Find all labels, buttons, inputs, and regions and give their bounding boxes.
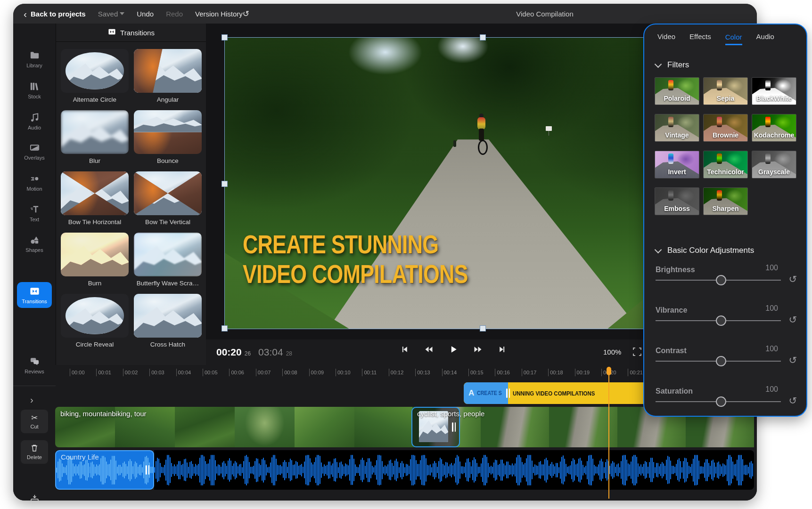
slider-knob[interactable]: [716, 356, 726, 366]
stock-icon: [29, 81, 40, 92]
add-track-icon: [30, 494, 39, 501]
filters-section-header[interactable]: Filters: [656, 60, 689, 70]
tab-color[interactable]: Color: [725, 33, 742, 45]
play-button[interactable]: [447, 343, 459, 355]
selection-handle[interactable]: [221, 34, 228, 40]
selection-handle[interactable]: [221, 181, 228, 187]
filter-label: Polaroid: [655, 95, 699, 102]
back-chevron-icon[interactable]: ‹: [24, 9, 27, 19]
filter-invert[interactable]: Invert: [655, 151, 699, 178]
sidebar-item-stock[interactable]: Stock: [16, 81, 53, 99]
transition-trim-handle[interactable]: [452, 422, 456, 432]
audio-clip-trim-handle[interactable]: [146, 465, 150, 475]
skip-to-end-button[interactable]: [496, 343, 509, 355]
cut-button[interactable]: ✂ Cut: [21, 410, 48, 433]
transition-blur[interactable]: [61, 110, 129, 154]
tab-audio[interactable]: Audio: [756, 32, 774, 41]
transition-bounce[interactable]: [134, 110, 202, 154]
ruler-tick: 00:19: [575, 369, 590, 376]
filter-sepia[interactable]: Sepia: [703, 77, 748, 105]
audio-icon: [29, 112, 40, 123]
filter-vintage[interactable]: Vintage: [655, 114, 699, 142]
reset-icon[interactable]: ↺: [788, 396, 797, 405]
fullscreen-icon[interactable]: [632, 347, 642, 356]
transitions-panel-title: Transitions: [120, 29, 155, 37]
fast-forward-button[interactable]: [472, 343, 484, 355]
playhead[interactable]: [607, 367, 611, 499]
reset-icon[interactable]: ↺: [788, 355, 797, 365]
filter-polaroid[interactable]: Polaroid: [655, 77, 699, 105]
filter-brownie[interactable]: Brownie: [703, 114, 748, 142]
sidebar-item-audio[interactable]: Audio: [16, 112, 53, 130]
slider-knob[interactable]: [716, 315, 726, 326]
audio-clip-selected[interactable]: Country Life: [55, 450, 154, 490]
slider-knob[interactable]: [716, 275, 726, 285]
cyclist: [474, 113, 488, 156]
transition-burn[interactable]: [61, 233, 129, 276]
sidebar-item-transitions[interactable]: Transitions: [17, 282, 52, 308]
delete-button[interactable]: Delete: [21, 440, 48, 464]
transition-cross-hatch[interactable]: [134, 294, 202, 338]
selection-handle[interactable]: [480, 34, 486, 40]
filter-emboss[interactable]: Emboss: [655, 187, 699, 215]
tab-video[interactable]: Video: [657, 32, 675, 41]
clip-thumbnail: [175, 407, 235, 447]
redo-button[interactable]: Redo: [166, 10, 183, 18]
version-history-button[interactable]: Version History: [195, 10, 243, 18]
adjustments-collapse-icon[interactable]: [655, 246, 662, 253]
reset-icon[interactable]: ↺: [788, 315, 797, 324]
selection-handle[interactable]: [480, 325, 486, 331]
timeline-collapse-chevron[interactable]: ›: [30, 395, 33, 405]
filter-blackwhite[interactable]: BlackWhite: [752, 77, 796, 105]
title-overlay[interactable]: CREATE STUNNING VIDEO COMPILATIONS: [243, 230, 468, 289]
sidebar-item-library[interactable]: Library: [16, 50, 53, 68]
reset-icon[interactable]: ↺: [788, 274, 797, 284]
sidebar-item-reviews[interactable]: Reviews: [16, 356, 53, 374]
inspector-panel: VideoEffectsColorAudio Filters PolaroidS…: [643, 24, 807, 417]
adjustment-brightness: Brightness100↺: [656, 266, 795, 299]
transition-angular[interactable]: [134, 49, 202, 93]
adjustment-value: 100: [765, 345, 778, 353]
transition-alternate-circle[interactable]: [61, 49, 129, 93]
audio-clip-waveform[interactable]: [154, 450, 754, 490]
filter-grayscale[interactable]: Grayscale: [752, 151, 796, 178]
current-time: 00:20: [216, 347, 242, 358]
tab-effects[interactable]: Effects: [689, 32, 711, 41]
selection-handle[interactable]: [221, 325, 228, 331]
text-clip-trim-handle[interactable]: [506, 388, 510, 398]
filter-label: Sharpen: [704, 205, 747, 212]
transition-bowtie-v[interactable]: [134, 171, 202, 215]
transition-bowtie-h[interactable]: [61, 171, 129, 215]
slider-knob[interactable]: [716, 396, 726, 407]
filters-collapse-icon[interactable]: [655, 60, 662, 68]
inspector-tabs: VideoEffectsColorAudio: [644, 24, 807, 49]
filter-sharpen[interactable]: Sharpen: [703, 187, 748, 215]
ruler-tick: 00:06: [229, 369, 244, 376]
zoom-level[interactable]: 100%: [603, 348, 621, 356]
undo-button[interactable]: Undo: [137, 10, 154, 18]
sidebar-item-text[interactable]: Text: [16, 204, 53, 222]
text-clip-selected-region[interactable]: A CREATE S: [464, 382, 508, 404]
sidebar-item-overlays[interactable]: Overlays: [16, 142, 53, 161]
sidebar-item-label: Reviews: [25, 369, 44, 374]
filter-kodachrome[interactable]: Kodachrome: [752, 114, 796, 142]
skip-to-start-button[interactable]: [398, 343, 410, 355]
transition-circle-reveal[interactable]: [61, 294, 129, 338]
sidebar-item-shapes[interactable]: Shapes: [16, 234, 53, 253]
ruler-tick: 00:00: [70, 369, 85, 376]
add-track-button[interactable]: Add Track: [21, 491, 48, 501]
adjustment-value: 100: [765, 304, 778, 313]
adjustments-section-header[interactable]: Basic Color Adjustments: [656, 246, 754, 255]
ruler-tick: 00:17: [522, 369, 537, 376]
back-to-projects-button[interactable]: Back to projects: [31, 10, 86, 18]
filter-label: Emboss: [655, 205, 699, 212]
filter-technicolor[interactable]: Technicolor: [703, 151, 748, 178]
sidebar-item-motion[interactable]: Motion: [16, 173, 53, 192]
sidebar-item-label: Motion: [26, 186, 42, 192]
rewind-button[interactable]: [423, 343, 435, 355]
title-line-2: VIDEO COMPILATIONS: [243, 259, 468, 289]
saved-caret-icon[interactable]: [120, 12, 124, 15]
ruler-tick: 00:01: [96, 369, 111, 376]
transition-butterfly[interactable]: [134, 233, 202, 276]
transition-label: Circle Reveal: [61, 341, 129, 348]
